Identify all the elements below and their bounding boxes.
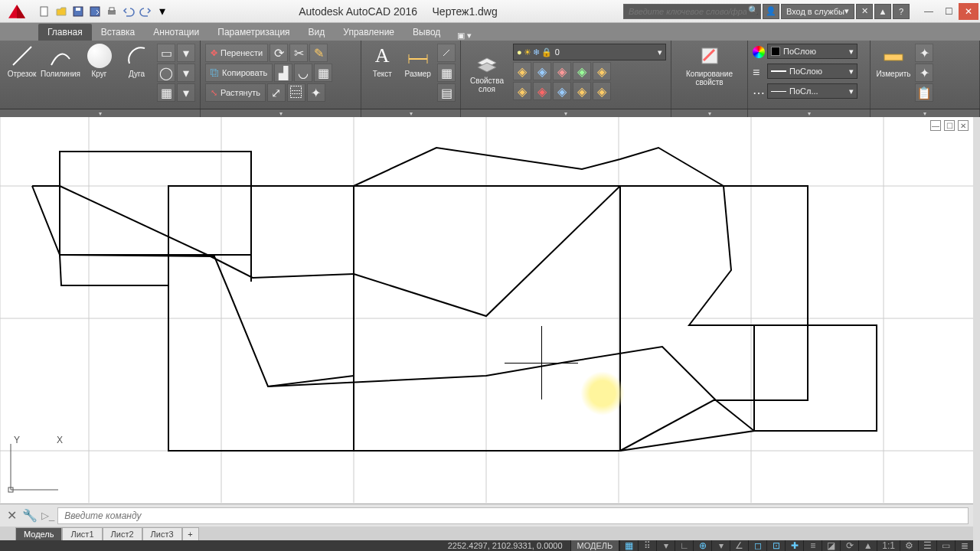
cmd-close-icon[interactable]: ✕ xyxy=(5,509,18,523)
tab-sheet3[interactable]: Лист3 xyxy=(142,527,182,540)
li5[interactable]: ◈ xyxy=(593,62,611,80)
close-button[interactable]: ✕ xyxy=(959,3,978,20)
tab-insert[interactable]: Вставка xyxy=(92,24,145,41)
util1-icon[interactable]: ✦ xyxy=(915,44,933,62)
snap-dd[interactable]: ▾ xyxy=(656,540,675,551)
cmd-config-icon[interactable]: 🔧 xyxy=(23,509,37,523)
linetype-combo[interactable]: ПоСл...▾ xyxy=(767,83,858,99)
command-input[interactable] xyxy=(57,507,969,524)
panel-exp-util[interactable]: ▾ xyxy=(871,109,980,117)
li9[interactable]: ◈ xyxy=(573,82,591,100)
help-icon[interactable]: ? xyxy=(893,4,910,19)
tab-overflow[interactable]: ▣ ▾ xyxy=(457,31,472,41)
redo-icon[interactable] xyxy=(138,4,153,19)
qat-dropdown-icon[interactable]: ▾ xyxy=(155,4,170,19)
extend-icon[interactable]: ✎ xyxy=(309,44,328,62)
polyline-button[interactable]: Полилиния xyxy=(42,44,79,78)
li8[interactable]: ◈ xyxy=(553,82,571,100)
ws-icon[interactable]: ☰ xyxy=(918,540,936,551)
trans-icon[interactable]: ◪ xyxy=(822,540,840,551)
text-button[interactable]: A Текст xyxy=(366,44,399,78)
panel-exp-modify[interactable]: ▾ xyxy=(201,109,361,117)
open-icon[interactable] xyxy=(54,4,69,19)
li3[interactable]: ◈ xyxy=(553,62,571,80)
util2-icon[interactable]: ✦ xyxy=(915,64,933,82)
save-icon[interactable] xyxy=(70,4,86,19)
li4[interactable]: ◈ xyxy=(573,62,591,80)
ann-icon[interactable]: ▲ xyxy=(858,540,877,551)
a360-icon[interactable]: ▲ xyxy=(874,4,891,19)
exchange-icon[interactable]: ✕ xyxy=(856,4,873,19)
print-icon[interactable] xyxy=(104,4,119,19)
osnap-icon[interactable]: ◻ xyxy=(748,540,766,551)
panel-exp-block[interactable]: ▾ xyxy=(671,109,748,117)
matchprops-button[interactable]: Копирование свойств xyxy=(676,44,743,86)
li2[interactable]: ◈ xyxy=(533,62,551,80)
vp-min-icon[interactable]: — xyxy=(930,120,941,131)
stretch-button[interactable]: ⤡Растянуть xyxy=(205,83,266,102)
tab-output[interactable]: Вывод xyxy=(403,24,449,41)
li1[interactable]: ◈ xyxy=(513,62,531,80)
vp-close-icon[interactable]: ✕ xyxy=(958,120,969,131)
snap-icon[interactable]: ⠿ xyxy=(638,540,656,551)
custom-icon[interactable]: ≣ xyxy=(955,540,973,551)
explode-icon[interactable]: ✦ xyxy=(307,83,325,102)
mirror-icon[interactable]: ▟ xyxy=(274,64,292,82)
undo-icon[interactable] xyxy=(121,4,136,19)
vp-max-icon[interactable]: ☐ xyxy=(944,120,955,131)
lw-icon-status[interactable]: ≡ xyxy=(803,540,822,551)
panel-exp-draw[interactable]: ▾ xyxy=(0,109,201,117)
rotate-icon[interactable]: ⟳ xyxy=(270,44,288,62)
li6[interactable]: ◈ xyxy=(513,82,531,100)
iso-icon[interactable]: ∠ xyxy=(730,540,748,551)
copy-button[interactable]: ⿻Копировать xyxy=(205,64,273,82)
li10[interactable]: ◈ xyxy=(593,82,611,100)
array2-icon[interactable]: ⿳ xyxy=(287,83,305,102)
sign-in-button[interactable]: Вход в службы ▾ xyxy=(781,4,854,19)
line-button[interactable]: Отрезок xyxy=(5,44,39,78)
dd3[interactable]: ▾ xyxy=(177,83,195,102)
tab-parametric[interactable]: Параметризация xyxy=(208,24,299,41)
layer-combo[interactable]: ●☀❄🔒 0 ▾ xyxy=(513,44,666,60)
dd2[interactable]: ▾ xyxy=(177,64,195,82)
measure-button[interactable]: Измерить xyxy=(875,44,912,78)
tab-sheet2[interactable]: Лист2 xyxy=(103,527,142,540)
move-button[interactable]: ✥Перенести xyxy=(205,44,268,62)
panel-exp-annot[interactable]: ▾ xyxy=(361,109,461,117)
ortho-icon[interactable]: ∟ xyxy=(675,540,693,551)
maximize-button[interactable]: ☐ xyxy=(939,3,959,20)
layer-props-button[interactable]: Свойства слоя xyxy=(466,51,508,93)
paste-icon[interactable]: 📋 xyxy=(915,83,933,102)
app-logo[interactable] xyxy=(0,0,34,23)
table2-icon[interactable]: ▤ xyxy=(437,83,456,102)
search-input[interactable] xyxy=(623,4,761,19)
li7[interactable]: ◈ xyxy=(533,82,551,100)
dd1[interactable]: ▾ xyxy=(177,44,195,62)
clean-icon[interactable]: ▭ xyxy=(936,540,955,551)
tab-sheet1[interactable]: Лист1 xyxy=(62,527,102,540)
panel-exp-props[interactable]: ▾ xyxy=(748,109,871,117)
scale-label[interactable]: 1:1 xyxy=(877,540,900,551)
array-icon[interactable]: ▦ xyxy=(314,64,332,82)
lineweight-combo[interactable]: ПоСлою▾ xyxy=(767,64,858,79)
tab-home[interactable]: Главная xyxy=(38,24,92,41)
space-toggle[interactable]: МОДЕЛЬ xyxy=(570,540,620,551)
circle-button[interactable]: Круг xyxy=(82,44,116,78)
minimize-button[interactable]: — xyxy=(919,3,939,20)
rect-icon[interactable]: ▭ xyxy=(157,44,175,62)
tab-annotations[interactable]: Аннотации xyxy=(144,24,208,41)
cycl-icon[interactable]: ⟳ xyxy=(840,540,858,551)
arc-button[interactable]: Дуга xyxy=(119,44,154,78)
tab-model[interactable]: Модель xyxy=(15,527,62,540)
grid-icon[interactable]: ▦ xyxy=(619,540,638,551)
polar-icon[interactable]: ⊕ xyxy=(693,540,711,551)
leader-icon[interactable]: ⟋ xyxy=(437,44,456,62)
stayconnected-icon[interactable]: 👤 xyxy=(763,4,779,19)
scale-icon[interactable]: ⤢ xyxy=(267,83,286,102)
trim-icon[interactable]: ✂ xyxy=(289,44,308,62)
search-icon[interactable]: 🔍 xyxy=(748,5,759,15)
table-icon[interactable]: ▦ xyxy=(437,64,456,82)
color-combo[interactable]: ПоСлою▾ xyxy=(767,44,858,59)
otrack-icon[interactable]: ⊡ xyxy=(766,540,785,551)
gear-icon[interactable]: ⚙ xyxy=(900,540,918,551)
